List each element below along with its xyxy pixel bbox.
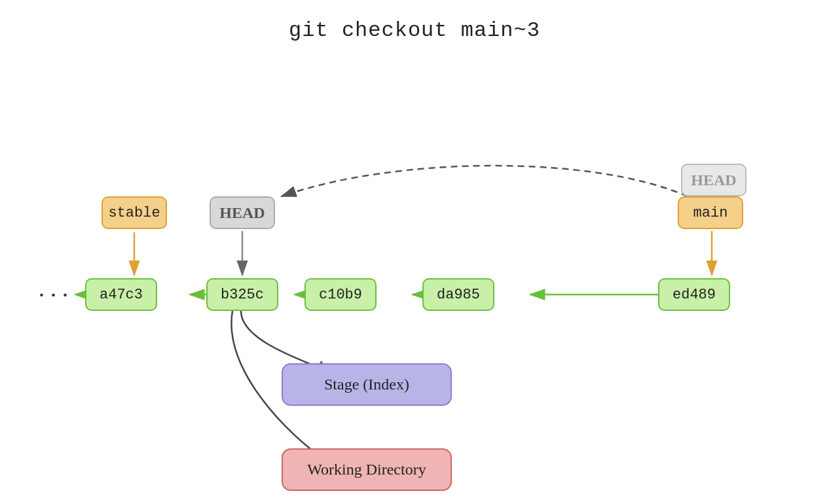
dots-label: · · · <box>39 285 69 306</box>
commit-c10b9: c10b9 <box>304 278 377 311</box>
page-title: git checkout main~3 <box>0 0 829 43</box>
label-head-active: HEAD <box>210 196 275 229</box>
working-directory-box: Working Directory <box>282 448 452 491</box>
label-stable: stable <box>101 196 167 229</box>
stage-index-box: Stage (Index) <box>282 363 452 406</box>
label-head-ghost: HEAD <box>681 164 746 196</box>
commit-b325c: b325c <box>206 278 278 311</box>
commit-a47c3: a47c3 <box>85 278 157 311</box>
label-main: main <box>678 196 743 229</box>
commit-ed489: ed489 <box>658 278 730 311</box>
commit-da985: da985 <box>422 278 494 311</box>
